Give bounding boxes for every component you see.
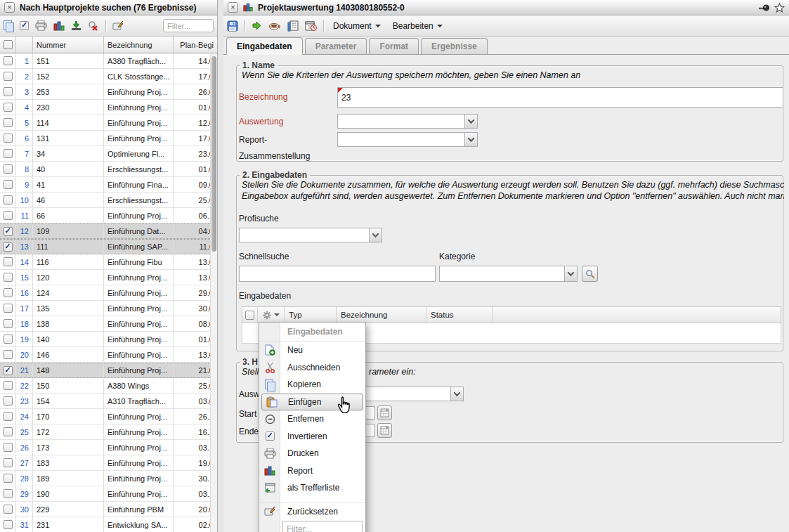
row-checkbox[interactable] — [4, 474, 13, 483]
remove-search-icon[interactable] — [88, 20, 99, 32]
table-row[interactable]: 22 150 A380 Wings 25.0 — [0, 378, 217, 394]
row-checkbox[interactable] — [4, 489, 13, 498]
table-row[interactable]: 8 40 Erschliessungst... 01.0 — [0, 162, 217, 177]
row-checkbox[interactable] — [4, 149, 13, 158]
menu-item-als-trefferliste[interactable]: als Trefferliste — [259, 479, 365, 497]
row-checkbox[interactable] — [4, 56, 13, 65]
row-checkbox[interactable] — [4, 195, 13, 205]
table-row[interactable]: 28 189 Einführung Proj... 30.1 — [0, 471, 217, 486]
row-checkbox[interactable] — [4, 412, 13, 421]
menu-item-invertieren[interactable]: Invertieren — [259, 428, 365, 446]
row-checkbox[interactable] — [4, 72, 13, 81]
menu-item-report[interactable]: Report — [259, 462, 365, 480]
table-row[interactable]: 20 146 Einführung Proj... 13.0 — [0, 347, 217, 363]
export-download-icon[interactable] — [71, 20, 81, 31]
menu-item-zuruecksetzen[interactable]: Zurücksetzen — [259, 503, 365, 521]
table-row[interactable]: 4 230 Einführung Proj... 01.0 — [0, 100, 217, 115]
table-row[interactable]: 11 66 Einführung Proj... 06.1 — [0, 208, 217, 223]
print-icon[interactable] — [35, 20, 47, 31]
table-row[interactable]: 30 229 Einführung PBM 20.0 — [0, 502, 217, 517]
table-row[interactable]: 25 172 Einführung Proj... 16.1 — [0, 424, 217, 440]
profisuche-select[interactable] — [239, 228, 382, 242]
report-chart-icon[interactable] — [53, 21, 65, 31]
row-checkbox[interactable] — [4, 319, 13, 328]
ende-date-picker-button[interactable] — [377, 423, 392, 438]
row-checkbox[interactable] — [4, 164, 13, 174]
table-row[interactable]: 31 231 Entwicklung SA... 02.0 — [0, 517, 217, 532]
table-row[interactable]: 19 140 Einführung Proj... 01.0 — [0, 332, 217, 347]
table-row[interactable]: 24 170 Einführung Proj... 26.1 — [0, 409, 217, 424]
clear-filter-icon[interactable] — [112, 20, 124, 31]
row-checkbox[interactable] — [4, 242, 13, 252]
dokument-menu[interactable]: Dokument — [330, 20, 384, 32]
row-checkbox[interactable] — [4, 87, 13, 96]
report-zusammenstellung-select[interactable] — [337, 132, 478, 147]
table-row[interactable]: 10 46 Erschliessungst... 25.0 — [0, 193, 217, 208]
menu-item-drucken[interactable]: Drucken — [259, 445, 365, 462]
table-row[interactable]: 16 124 Einführung Proj... 29.0 — [0, 285, 217, 301]
row-checkbox[interactable] — [4, 458, 13, 467]
row-checkbox[interactable] — [4, 288, 13, 297]
row-checkbox[interactable] — [4, 520, 13, 529]
row-checkbox[interactable] — [4, 350, 13, 359]
table-row[interactable]: 2 152 CLK Stossfänge... 17.0 — [0, 69, 217, 84]
table-row[interactable]: 18 138 Einführung Proj... 08.0 — [0, 316, 217, 332]
table-row[interactable]: 1 151 A380 Tragfläch... 14.0 — [0, 53, 217, 69]
table-row[interactable]: 17 135 Einführung Proj... 30.0 — [0, 301, 217, 316]
left-filter-input[interactable] — [163, 19, 214, 32]
table-row[interactable]: 26 173 Einführung Proj... 03.1 — [0, 440, 217, 455]
close-icon[interactable]: × — [4, 2, 15, 13]
table-row[interactable]: 27 183 Einführung Proj... 19.0 — [0, 455, 217, 471]
schnellsuche-input[interactable] — [239, 266, 436, 282]
menu-item-kopieren[interactable]: Kopieren — [259, 376, 365, 394]
run-icon[interactable] — [252, 20, 262, 31]
row-checkbox[interactable] — [4, 211, 13, 220]
table-row[interactable]: 14 116 Einführung Fibu 13.0 — [0, 254, 217, 270]
tab-parameter[interactable]: Parameter — [305, 38, 367, 54]
auswertung-select[interactable] — [337, 114, 478, 129]
schedule-icon[interactable] — [305, 20, 317, 32]
bezeichnung-input[interactable] — [337, 87, 783, 108]
eingabedaten-select-all-checkbox[interactable] — [245, 311, 254, 320]
row-checkbox[interactable] — [4, 103, 13, 112]
table-row[interactable]: 6 131 Einführung Proj... 17.0 — [0, 131, 217, 146]
row-checkbox[interactable] — [4, 505, 13, 514]
row-checkbox[interactable] — [4, 257, 13, 266]
row-checkbox[interactable] — [4, 134, 13, 143]
select-checkbox-icon[interactable] — [20, 21, 29, 30]
row-checkbox[interactable] — [4, 273, 13, 282]
kategorie-select[interactable] — [439, 266, 578, 282]
scrollbar-thumb[interactable] — [211, 56, 216, 252]
results-table-header[interactable]: Nummer Bezeichnung Plan-Begi — [0, 37, 217, 53]
select-all-checkbox[interactable] — [4, 40, 13, 49]
table-row[interactable]: 29 190 Einführung Proj... 03.1 — [0, 486, 217, 502]
table-row[interactable]: 5 114 Einführung Proj... 12.0 — [0, 115, 217, 131]
row-checkbox[interactable] — [4, 366, 13, 375]
tab-ergebnisse[interactable]: Ergebnisse — [421, 38, 488, 54]
pin-icon[interactable] — [758, 4, 770, 12]
row-checkbox[interactable] — [4, 427, 13, 436]
row-checkbox[interactable] — [4, 180, 13, 189]
tab-format[interactable]: Format — [369, 38, 419, 54]
close-icon[interactable]: × — [228, 2, 238, 13]
row-checkbox[interactable] — [4, 335, 13, 344]
context-menu-filter-input[interactable] — [282, 521, 363, 532]
save-icon[interactable] — [227, 20, 238, 32]
vertical-scrollbar[interactable] — [210, 54, 217, 532]
list-report-icon[interactable] — [287, 20, 299, 32]
table-row[interactable]: 23 154 A310 Tragfläch... 03.0 — [0, 394, 217, 409]
row-checkbox[interactable] — [4, 396, 13, 406]
table-row[interactable]: 12 109 Einführung Dat... 04.0 — [0, 223, 217, 239]
star-icon[interactable] — [774, 3, 785, 13]
gear-menu-button[interactable] — [258, 307, 285, 323]
menu-item-neu[interactable]: Neu — [259, 342, 365, 359]
table-row[interactable]: 21 148 Einführung Proj... 21.0 — [0, 363, 217, 378]
row-checkbox[interactable] — [4, 443, 13, 452]
bearbeiten-menu[interactable]: Bearbeiten — [390, 20, 445, 32]
table-row[interactable]: 15 120 Einführung Proj... 13.0 — [0, 270, 217, 285]
table-row[interactable]: 3 253 Einführung Proj... 26.0 — [0, 84, 217, 100]
row-checkbox[interactable] — [4, 118, 13, 127]
row-checkbox[interactable] — [4, 227, 13, 236]
table-row[interactable]: 7 34 Optimierung Fl... 23.0 — [0, 146, 217, 162]
copy-icon[interactable] — [4, 20, 13, 31]
